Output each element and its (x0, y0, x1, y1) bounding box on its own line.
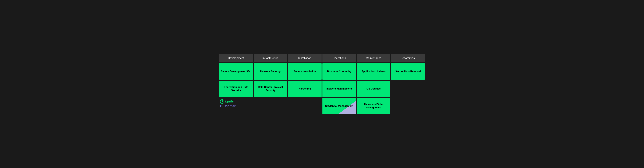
header-development: Development (219, 54, 253, 62)
col-decommission: Secure Data Removal (391, 63, 425, 114)
cell-secure-installation: Secure Installation (288, 63, 322, 80)
cell-application-updates: Application Updates (357, 63, 390, 80)
cell-business-continuity: Business Continuity (322, 63, 356, 80)
cell-credential-management: Credential Management (322, 98, 356, 114)
cell-encryption-data-security: Encryption and Data Security (219, 80, 253, 97)
cell-threat-vuln-management: Threat and Vuln. Management (357, 98, 390, 114)
main-grid: Development Infrastructure Installation … (218, 52, 426, 116)
col-development: Secure Development SDL Encryption and Da… (219, 63, 253, 114)
col-installation: Secure Installation Hardening (288, 63, 322, 114)
logo-area: S ignify Customer (219, 98, 253, 110)
cell-secure-dev-sdl: Secure Development SDL (219, 63, 253, 80)
cell-data-center-physical-security: Data Center Physical Security (254, 80, 287, 97)
logo-signify: S ignify (220, 99, 252, 104)
cell-os-updates: OS Updates (357, 80, 390, 97)
header-row: Development Infrastructure Installation … (219, 54, 425, 62)
cell-empty-decommission-1 (391, 80, 425, 97)
content-area: Secure Development SDL Encryption and Da… (219, 63, 425, 114)
cell-empty-decommission-2 (391, 98, 425, 114)
cell-empty-installation (288, 98, 322, 114)
header-decommission: Decommiss. (391, 54, 425, 62)
header-installation: Installation (288, 54, 322, 62)
logo-circle: S (220, 99, 224, 104)
cell-incident-management: Incident Management (322, 80, 356, 97)
header-operations: Operations (322, 54, 356, 62)
header-infrastructure: Infrastructure (254, 54, 287, 62)
logo-brand-text: ignify (225, 100, 234, 103)
logo-customer: Customer (220, 104, 252, 108)
col-infrastructure: Network Security Data Center Physical Se… (254, 63, 287, 114)
cell-empty-infrastructure (254, 98, 287, 114)
col-maintenance: Application Updates OS Updates Threat an… (357, 63, 390, 114)
header-maintenance: Maintenance (357, 54, 390, 62)
cell-network-security: Network Security (254, 63, 287, 80)
cell-hardening: Hardening (288, 80, 322, 97)
cell-secure-data-removal: Secure Data Removal (391, 63, 425, 80)
col-operations: Business Continuity Incident Management … (322, 63, 356, 114)
